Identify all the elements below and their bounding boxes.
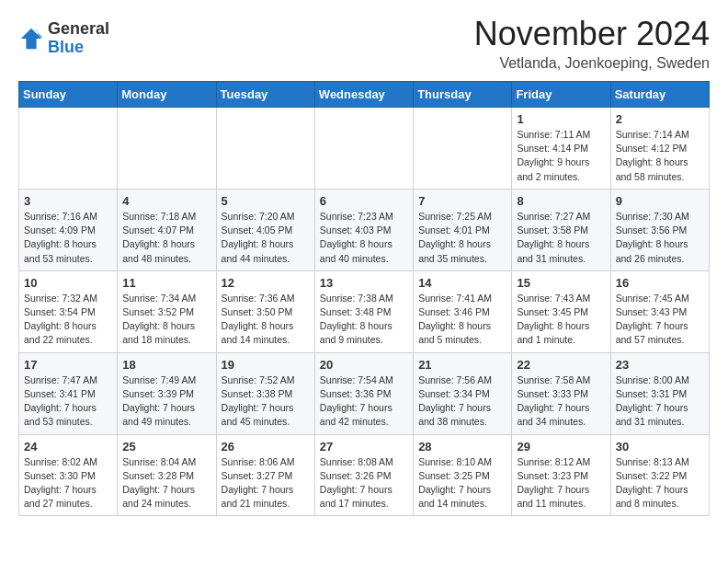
day-info: Sunrise: 8:04 AM Sunset: 3:28 PM Dayligh… [122,456,196,510]
calendar-cell: 25Sunrise: 8:04 AM Sunset: 3:28 PM Dayli… [118,434,216,516]
day-number: 14 [418,276,506,290]
calendar-cell: 28Sunrise: 8:10 AM Sunset: 3:25 PM Dayli… [414,434,512,516]
calendar-cell: 23Sunrise: 8:00 AM Sunset: 3:31 PM Dayli… [610,352,709,434]
calendar-cell: 19Sunrise: 7:52 AM Sunset: 3:38 PM Dayli… [216,352,314,434]
calendar-cell [118,108,216,190]
day-number: 1 [517,112,605,126]
calendar-cell: 24Sunrise: 8:02 AM Sunset: 3:30 PM Dayli… [19,434,118,516]
day-number: 19 [222,358,310,372]
day-header-sunday: Sunday [19,82,118,108]
day-number: 25 [122,440,210,454]
day-number: 2 [616,112,704,126]
calendar-cell: 8Sunrise: 7:27 AM Sunset: 3:58 PM Daylig… [512,189,610,270]
day-number: 8 [517,194,605,208]
calendar-cell: 4Sunrise: 7:18 AM Sunset: 4:07 PM Daylig… [118,189,216,270]
calendar-cell [314,108,413,190]
calendar-cell: 12Sunrise: 7:36 AM Sunset: 3:50 PM Dayli… [216,270,314,352]
calendar-cell: 27Sunrise: 8:08 AM Sunset: 3:26 PM Dayli… [314,434,413,516]
calendar-cell: 18Sunrise: 7:49 AM Sunset: 3:39 PM Dayli… [118,352,216,434]
day-info: Sunrise: 7:54 AM Sunset: 3:36 PM Dayligh… [320,374,393,428]
month-title: November 2024 [474,15,710,53]
day-info: Sunrise: 7:32 AM Sunset: 3:54 PM Dayligh… [24,293,97,346]
day-info: Sunrise: 8:10 AM Sunset: 3:25 PM Dayligh… [418,456,492,510]
day-info: Sunrise: 8:02 AM Sunset: 3:30 PM Dayligh… [24,456,97,510]
day-info: Sunrise: 8:00 AM Sunset: 3:31 PM Dayligh… [616,374,689,428]
day-number: 24 [24,440,112,454]
day-number: 3 [24,194,112,208]
calendar-cell: 5Sunrise: 7:20 AM Sunset: 4:05 PM Daylig… [216,189,314,270]
day-info: Sunrise: 7:43 AM Sunset: 3:45 PM Dayligh… [517,293,590,346]
calendar-cell: 30Sunrise: 8:13 AM Sunset: 3:22 PM Dayli… [610,434,709,516]
calendar-cell: 11Sunrise: 7:34 AM Sunset: 3:52 PM Dayli… [118,270,216,352]
day-number: 29 [517,440,605,454]
calendar-table: SundayMondayTuesdayWednesdayThursdayFrid… [18,81,710,516]
day-info: Sunrise: 8:06 AM Sunset: 3:27 PM Dayligh… [222,456,295,510]
generalblue-logo-icon [18,26,44,52]
calendar-cell: 20Sunrise: 7:54 AM Sunset: 3:36 PM Dayli… [314,352,413,434]
day-info: Sunrise: 7:41 AM Sunset: 3:46 PM Dayligh… [418,293,492,346]
day-number: 28 [418,440,506,454]
logo-general-text: General [48,20,109,39]
calendar-cell [216,108,314,190]
title-area: November 2024 Vetlanda, Joenkoeping, Swe… [474,15,710,72]
day-info: Sunrise: 7:52 AM Sunset: 3:38 PM Dayligh… [222,374,295,428]
calendar-cell: 14Sunrise: 7:41 AM Sunset: 3:46 PM Dayli… [414,270,512,352]
calendar-cell: 6Sunrise: 7:23 AM Sunset: 4:03 PM Daylig… [314,189,413,270]
day-number: 11 [122,276,210,290]
day-number: 23 [616,358,704,372]
day-header-monday: Monday [118,82,216,108]
calendar-cell: 26Sunrise: 8:06 AM Sunset: 3:27 PM Dayli… [216,434,314,516]
calendar-cell: 7Sunrise: 7:25 AM Sunset: 4:01 PM Daylig… [414,189,512,270]
header: General Blue November 2024 Vetlanda, Joe… [18,15,710,72]
day-info: Sunrise: 7:11 AM Sunset: 4:14 PM Dayligh… [517,129,590,182]
day-header-wednesday: Wednesday [314,82,413,108]
day-info: Sunrise: 7:14 AM Sunset: 4:12 PM Dayligh… [616,129,689,182]
location-title: Vetlanda, Joenkoeping, Sweden [474,55,710,72]
calendar-week-5: 24Sunrise: 8:02 AM Sunset: 3:30 PM Dayli… [19,434,710,516]
calendar-cell: 3Sunrise: 7:16 AM Sunset: 4:09 PM Daylig… [19,189,118,270]
day-info: Sunrise: 7:20 AM Sunset: 4:05 PM Dayligh… [222,211,295,264]
day-info: Sunrise: 7:18 AM Sunset: 4:07 PM Dayligh… [122,211,196,264]
day-number: 7 [418,194,506,208]
calendar-week-4: 17Sunrise: 7:47 AM Sunset: 3:41 PM Dayli… [19,352,710,434]
day-number: 6 [320,194,408,208]
day-number: 27 [320,440,408,454]
calendar-cell: 2Sunrise: 7:14 AM Sunset: 4:12 PM Daylig… [610,108,709,190]
day-number: 26 [222,440,310,454]
day-info: Sunrise: 7:25 AM Sunset: 4:01 PM Dayligh… [418,211,492,264]
day-number: 17 [24,358,112,372]
logo-blue-text: Blue [48,39,109,57]
day-number: 30 [616,440,704,454]
day-info: Sunrise: 7:45 AM Sunset: 3:43 PM Dayligh… [616,293,689,346]
day-header-tuesday: Tuesday [216,82,314,108]
day-header-friday: Friday [512,82,610,108]
day-info: Sunrise: 7:38 AM Sunset: 3:48 PM Dayligh… [320,293,393,346]
day-number: 10 [24,276,112,290]
day-info: Sunrise: 8:13 AM Sunset: 3:22 PM Dayligh… [616,456,689,510]
day-number: 13 [320,276,408,290]
day-header-saturday: Saturday [610,82,709,108]
day-info: Sunrise: 7:58 AM Sunset: 3:33 PM Dayligh… [517,374,590,428]
calendar-header-row: SundayMondayTuesdayWednesdayThursdayFrid… [19,82,710,108]
calendar-week-2: 3Sunrise: 7:16 AM Sunset: 4:09 PM Daylig… [19,189,710,270]
calendar-cell: 21Sunrise: 7:56 AM Sunset: 3:34 PM Dayli… [414,352,512,434]
calendar-cell: 13Sunrise: 7:38 AM Sunset: 3:48 PM Dayli… [314,270,413,352]
day-info: Sunrise: 7:49 AM Sunset: 3:39 PM Dayligh… [122,374,196,428]
day-number: 21 [418,358,506,372]
day-number: 9 [616,194,704,208]
calendar-cell: 16Sunrise: 7:45 AM Sunset: 3:43 PM Dayli… [610,270,709,352]
calendar-cell: 22Sunrise: 7:58 AM Sunset: 3:33 PM Dayli… [512,352,610,434]
calendar-cell [414,108,512,190]
day-info: Sunrise: 7:27 AM Sunset: 3:58 PM Dayligh… [517,211,590,264]
day-number: 5 [222,194,310,208]
calendar-cell: 15Sunrise: 7:43 AM Sunset: 3:45 PM Dayli… [512,270,610,352]
day-info: Sunrise: 7:34 AM Sunset: 3:52 PM Dayligh… [122,293,196,346]
calendar-cell [19,108,118,190]
calendar-cell: 1Sunrise: 7:11 AM Sunset: 4:14 PM Daylig… [512,108,610,190]
calendar-cell: 9Sunrise: 7:30 AM Sunset: 3:56 PM Daylig… [610,189,709,270]
day-info: Sunrise: 7:23 AM Sunset: 4:03 PM Dayligh… [320,211,393,264]
calendar-week-1: 1Sunrise: 7:11 AM Sunset: 4:14 PM Daylig… [19,108,710,190]
calendar-cell: 17Sunrise: 7:47 AM Sunset: 3:41 PM Dayli… [19,352,118,434]
day-info: Sunrise: 7:30 AM Sunset: 3:56 PM Dayligh… [616,211,689,264]
day-number: 16 [616,276,704,290]
